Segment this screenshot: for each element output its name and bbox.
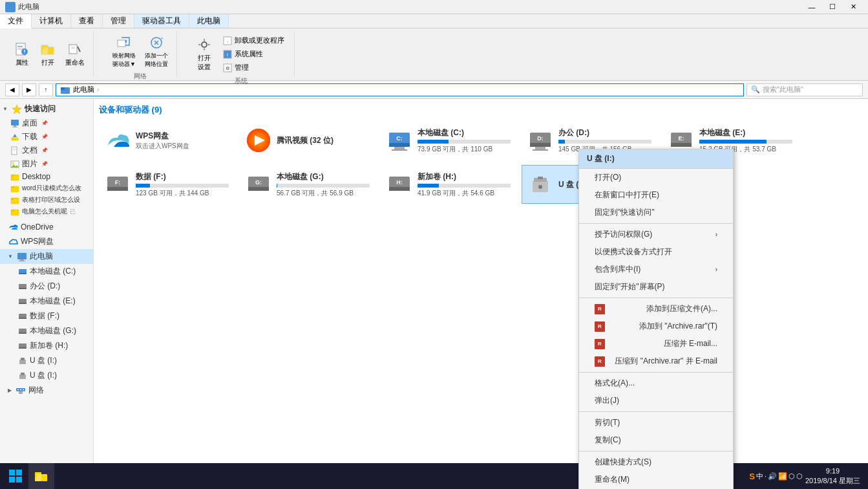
- ctx-pin-quick[interactable]: 固定到"快速访问": [579, 204, 733, 221]
- ctx-grant-access-label: 授予访问权限(G): [595, 229, 652, 240]
- device-wps-cloud[interactable]: WPS网盘 双击进入WPS网盘: [99, 121, 235, 160]
- ctx-format[interactable]: 格式化(A)...: [579, 375, 733, 392]
- quick-access-label: 快速访问: [25, 103, 56, 114]
- ribbon-btn-manage[interactable]: ⚙ 管理: [220, 61, 288, 74]
- ribbon-btn-map-drive[interactable]: 映射网络驱动器▼: [109, 33, 139, 71]
- ribbon-btn-uninstall[interactable]: - 卸载或更改程序: [220, 34, 288, 47]
- ctx-library-label: 包含到库中(I): [595, 264, 640, 275]
- up-button[interactable]: ↑: [39, 83, 53, 96]
- taskbar: S 中 · 🔊 📶 ⬡ ⬡ 9:19 2019/8/14 星期三: [0, 463, 868, 489]
- search-placeholder: 搜索"此电脑": [763, 85, 803, 94]
- ctx-pin-start[interactable]: 固定到"开始"屏幕(P): [579, 278, 733, 296]
- device-f[interactable]: F: 数据 (F:) 123 GB 可用，共 144 GB: [99, 165, 235, 204]
- ctx-grant-access[interactable]: 授予访问权限(G) ›: [579, 226, 733, 243]
- sidebar-item-table[interactable]: 表格打印区域怎么设: [0, 194, 93, 206]
- sidebar-quick-access[interactable]: ▼ 快速访问: [0, 102, 93, 116]
- device-h[interactable]: H: 新加卷 (H:) 41.9 GB 可用，共 54.6 GB: [381, 165, 516, 204]
- close-button[interactable]: ✕: [843, 0, 863, 14]
- svg-point-71: [20, 389, 21, 390]
- drive-f-label: 数据 (F:): [30, 310, 59, 321]
- sidebar-wps[interactable]: WPS网盘: [0, 234, 93, 249]
- ctx-rename[interactable]: 重命名(M): [579, 471, 733, 488]
- ctx-open-new-window[interactable]: 在新窗口中打开(E): [579, 186, 733, 204]
- explorer-taskbar-btn[interactable]: [28, 463, 54, 489]
- tab-computer[interactable]: 计算机: [32, 14, 71, 28]
- svg-rect-15: [125, 40, 127, 43]
- drive-d-drive-icon: D:: [527, 127, 553, 153]
- ribbon-btn-rename[interactable]: 重命名: [62, 39, 88, 69]
- tab-manage[interactable]: 管理: [103, 14, 134, 28]
- wps-label: WPS网盘: [21, 236, 54, 247]
- usb-icon: [18, 356, 27, 365]
- ctx-compress-archive-email[interactable]: R 压缩到 "Archive.rar" 并 E-mail: [579, 353, 733, 370]
- this-pc-icon: [17, 252, 27, 262]
- sidebar-drive-g[interactable]: 本地磁盘 (G:): [0, 323, 93, 338]
- sidebar-drive-f[interactable]: 数据 (F:): [0, 309, 93, 323]
- ctx-sep2: [579, 298, 733, 298]
- drive-c-drive-icon: C:: [386, 127, 412, 153]
- device-tencent[interactable]: 腾讯视频 (32 位): [240, 121, 376, 160]
- tab-view[interactable]: 查看: [71, 14, 103, 28]
- sidebar-drive-d[interactable]: 办公 (D:): [0, 279, 93, 294]
- sidebar-this-pc[interactable]: ▼ 此电脑: [0, 249, 93, 264]
- manage-label: 管理: [235, 63, 249, 72]
- ribbon-btn-sysprop[interactable]: i 系统属性: [220, 48, 288, 60]
- lang-indicator[interactable]: 中: [756, 472, 763, 481]
- ribbon-btn-open[interactable]: 打开: [36, 39, 59, 69]
- tab-this-pc[interactable]: 此电脑: [189, 14, 229, 28]
- minimize-button[interactable]: —: [802, 0, 821, 14]
- quick-access-arrow: ▼: [3, 106, 8, 112]
- device-g[interactable]: G: 本地磁盘 (G:) 56.7 GB 可用，共 56.9 GB: [240, 165, 376, 204]
- ctx-cut[interactable]: 剪切(T): [579, 414, 733, 431]
- ctx-compress-email[interactable]: R 压缩并 E-mail...: [579, 335, 733, 353]
- ctx-include-library[interactable]: 包含到库中(I) ›: [579, 261, 733, 278]
- system-clock[interactable]: 9:19 2019/8/14 星期三: [805, 466, 860, 486]
- address-path[interactable]: 此电脑 ›: [56, 83, 744, 96]
- maximize-button[interactable]: ☐: [823, 0, 842, 14]
- content-area: 设备和驱动器 (9) WPS网盘 双击进入WPS网盘 腾讯视频 (32 位): [94, 99, 868, 475]
- ribbon-btn-properties[interactable]: 属性: [10, 39, 34, 69]
- sidebar-drive-i2[interactable]: U 盘 (I:): [0, 368, 93, 383]
- sidebar-drive-e[interactable]: 本地磁盘 (E:): [0, 294, 93, 309]
- ribbon-btn-open-settings[interactable]: 打开设置: [193, 35, 216, 74]
- sidebar-network[interactable]: ▶ 网络: [0, 383, 93, 398]
- back-button[interactable]: ◀: [5, 83, 19, 96]
- network-label: 网络: [28, 385, 44, 396]
- start-button[interactable]: [3, 463, 28, 489]
- ctx-portable[interactable]: 以便携式设备方式打开: [579, 243, 733, 261]
- sidebar-drive-h[interactable]: 新加卷 (H:): [0, 338, 93, 353]
- properties-icon: [14, 41, 30, 57]
- tab-file[interactable]: 文件: [0, 14, 32, 28]
- f-size: 123 GB 可用，共 144 GB: [136, 189, 229, 198]
- sidebar-item-desktop2[interactable]: Desktop: [0, 171, 93, 182]
- ctx-copy[interactable]: 复制(C): [579, 431, 733, 449]
- svg-text:i: i: [227, 52, 228, 58]
- drive-i1-label: U 盘 (I:): [30, 355, 57, 366]
- sidebar-item-word[interactable]: word只读模式怎么改: [0, 182, 93, 194]
- ctx-add-archive-rar[interactable]: R 添加到 "Archive.rar"(T): [579, 318, 733, 335]
- e-name: 本地磁盘 (E:): [699, 127, 792, 138]
- sidebar-item-documents[interactable]: 文档 📌: [0, 144, 93, 157]
- sidebar-onedrive[interactable]: OneDrive: [0, 220, 93, 234]
- device-c[interactable]: C: 本地磁盘 (C:) 73.9 GB 可用，共 110 GB: [381, 121, 516, 160]
- sidebar-item-downloads[interactable]: 下载 📌: [0, 130, 93, 144]
- sidebar-drive-i1[interactable]: U 盘 (I:): [0, 353, 93, 368]
- sidebar-item-power[interactable]: 电脑怎么关机呢 已: [0, 206, 93, 217]
- sidebar-item-desktop[interactable]: 桌面 📌: [0, 116, 93, 130]
- drive-e-icon: [18, 297, 27, 306]
- ctx-eject[interactable]: 弹出(J): [579, 392, 733, 409]
- ctx-create-shortcut[interactable]: 创建快捷方式(S): [579, 453, 733, 471]
- search-box[interactable]: 🔍 搜索"此电脑": [746, 83, 863, 96]
- rar-icon3: R: [595, 339, 605, 349]
- sidebar-item-pictures[interactable]: 图片 📌: [0, 157, 93, 171]
- sidebar-drive-c[interactable]: 本地磁盘 (C:): [0, 264, 93, 279]
- open-icon: [40, 41, 56, 57]
- tab-driver-tools[interactable]: 驱动器工具: [134, 14, 189, 28]
- ctx-open[interactable]: 打开(O): [579, 169, 733, 186]
- svg-rect-68: [19, 391, 23, 394]
- svg-text:H:: H:: [396, 179, 403, 186]
- ctx-add-archive[interactable]: R 添加到压缩文件(A)...: [579, 300, 733, 318]
- ribbon-btn-add-network[interactable]: + 添加一个网络位置: [142, 33, 171, 71]
- forward-button[interactable]: ▶: [22, 83, 36, 96]
- h-bar: [418, 184, 439, 188]
